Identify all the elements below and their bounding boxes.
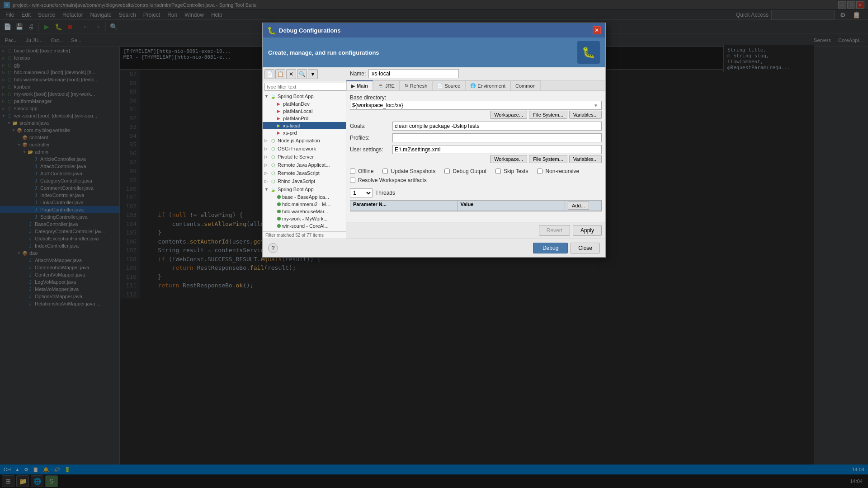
config-name-input[interactable]: [368, 69, 459, 78]
tab-jre[interactable]: ☕ JRE: [373, 80, 400, 90]
resolve-workspace-label: Resolve Workspace artifacts: [358, 177, 427, 183]
param-add-btn[interactable]: Add...: [568, 202, 589, 210]
skip-tests-label: Skip Tests: [504, 168, 528, 174]
revert-btn[interactable]: Revert: [539, 225, 570, 236]
green-dot-hdc2: [277, 202, 281, 206]
user-settings-input[interactable]: [392, 145, 602, 154]
config-list-toolbar: 📄 📋 ✕ 🔍 ▼: [263, 67, 346, 81]
run-icon-platmanprd: ▶: [277, 116, 282, 121]
modal-body: 📄 📋 ✕ 🔍 ▼ ▼ 🍃 Spring Boot App: [263, 67, 605, 239]
cfg-delete-btn[interactable]: ✕: [286, 69, 296, 79]
jre-tab-icon: ☕: [378, 83, 383, 88]
name-label: Name:: [350, 70, 366, 77]
tab-main[interactable]: ▶ Main: [346, 80, 373, 90]
tab-refresh[interactable]: ↻ Refresh: [400, 80, 433, 90]
base-dir-variables-btn[interactable]: Variables...: [569, 111, 602, 119]
cfg-category-spring[interactable]: ▼ 🍃 Spring Boot App: [263, 92, 346, 100]
cfg-base[interactable]: base - BaseApplica...: [263, 193, 346, 201]
config-actions: Revert Apply: [346, 222, 605, 239]
config-name-bar: Name:: [346, 67, 605, 80]
green-dot-mywork: [277, 217, 281, 221]
cfg-platmanprd[interactable]: ▶ platManPrd: [263, 115, 346, 122]
osgi-icon: ⬡: [270, 145, 276, 152]
cfg-remote-java[interactable]: ▷ ⬡ Remote Java Applicat...: [263, 161, 346, 169]
checkboxes-area: Offline Update Snapshots Debug Output: [350, 168, 602, 184]
cfg-nodejs[interactable]: ▷ ⬡ Node.js Application: [263, 136, 346, 145]
nodejs-icon: ⬡: [270, 137, 276, 144]
skip-tests-checkbox[interactable]: [495, 169, 501, 174]
cfg-pivotal[interactable]: ▷ ⬡ Pivotal tc Server: [263, 153, 346, 161]
config-filter-input[interactable]: [264, 83, 348, 91]
help-button[interactable]: ?: [268, 243, 278, 253]
base-dir-input-row: ▼: [350, 101, 602, 110]
user-settings-btns: Workspace... File System... Variables...: [350, 155, 602, 163]
cfg-filter-btn[interactable]: 🔍: [297, 69, 307, 79]
threads-label: Threads: [375, 190, 395, 196]
base-dir-workspace-btn[interactable]: Workspace...: [490, 111, 527, 119]
base-dir-label: Base directory:: [350, 94, 391, 101]
user-settings-label: User settings:: [350, 146, 391, 153]
cfg-sb-open[interactable]: ▼ 🍃 Spring Boot App: [263, 185, 346, 193]
modal-close-button[interactable]: ✕: [593, 26, 601, 34]
threads-row: 1 2 4 Threads: [350, 188, 602, 197]
user-settings-variables-btn[interactable]: Variables...: [569, 155, 602, 163]
remote-js-icon: ⬡: [270, 170, 276, 176]
cfg-remote-js[interactable]: ▷ ⬡ Remote JavaScript: [263, 169, 346, 177]
spring-category-icon: 🍃: [270, 93, 276, 99]
non-recursive-label: Non-recursive: [545, 168, 579, 174]
modal-header-icon: 🐛: [577, 41, 600, 64]
offline-checkbox[interactable]: [350, 169, 355, 174]
filter-status: Filter matched 52 of 77 items: [263, 231, 346, 239]
springboot-icon: 🍃: [270, 186, 276, 192]
cfg-osgi[interactable]: ▷ ⬡ OSGi Framework: [263, 145, 346, 153]
debug-config-modal: 🐛 Debug Configurations ✕ Create, manage,…: [262, 23, 606, 258]
debug-output-checkbox[interactable]: [444, 169, 450, 174]
cfg-hdc-warehouse[interactable]: hdc.warehouseMar...: [263, 208, 346, 215]
threads-select[interactable]: 1 2 4: [350, 188, 373, 197]
green-dot-base: [277, 195, 281, 199]
cfg-xs-prd[interactable]: ▶ xs-prd: [263, 129, 346, 136]
apply-btn[interactable]: Apply: [573, 225, 602, 236]
modal-overlay: 🐛 Debug Configurations ✕ Create, manage,…: [0, 0, 868, 488]
goals-input[interactable]: [392, 122, 602, 131]
checkbox-non-recursive: Non-recursive: [537, 168, 579, 175]
bottom-buttons: Debug Close: [533, 243, 600, 253]
base-dir-input[interactable]: [350, 101, 602, 110]
cfg-win-sound[interactable]: win-sound - CoreAl...: [263, 222, 346, 230]
profiles-row: Profiles:: [350, 133, 602, 142]
cfg-copy-btn[interactable]: 📋: [275, 69, 285, 79]
green-dot-hdc-w: [277, 210, 281, 213]
cfg-xs-local[interactable]: ▶ xs-local: [263, 122, 346, 129]
user-settings-filesystem-btn[interactable]: File System...: [529, 155, 567, 163]
goals-row: Goals:: [350, 122, 602, 131]
rhino-icon: ⬡: [270, 178, 276, 184]
cfg-hdc-mainmenu2[interactable]: hdc.mainmenu2 - M...: [263, 201, 346, 208]
base-dir-filesystem-btn[interactable]: File System...: [529, 111, 567, 119]
user-settings-label-row: User settings:: [350, 145, 602, 154]
cfg-export-btn[interactable]: ▼: [308, 69, 318, 79]
cfg-platmandev[interactable]: ▶ platManDev: [263, 100, 346, 108]
modal-bottom: ? Debug Close: [263, 239, 605, 257]
profiles-input[interactable]: [392, 133, 602, 142]
cfg-platmanlocal[interactable]: ▶ platManLocal: [263, 108, 346, 115]
modal-subtitle: Create, manage, and run configurations: [268, 49, 379, 56]
profiles-label: Profiles:: [350, 135, 391, 141]
tab-source[interactable]: 📄 Source: [432, 80, 465, 90]
debug-button[interactable]: Debug: [533, 243, 568, 253]
resolve-workspace-checkbox[interactable]: [350, 178, 355, 183]
env-tab-icon: 🌐: [470, 83, 476, 88]
cfg-my-work[interactable]: my-work - MyWork...: [263, 215, 346, 222]
base-dir-btns: Workspace... File System... Variables...: [350, 111, 602, 119]
tab-common[interactable]: Common: [510, 80, 541, 90]
run-icon-platmandev: ▶: [277, 102, 282, 106]
update-snapshots-checkbox[interactable]: [382, 169, 388, 174]
cfg-rhino[interactable]: ▷ ⬡ Rhino JavaScript: [263, 177, 346, 185]
cfg-new-btn[interactable]: 📄: [264, 69, 274, 79]
close-dialog-btn[interactable]: Close: [571, 243, 600, 253]
user-settings-workspace-btn[interactable]: Workspace...: [490, 155, 527, 163]
tab-environment[interactable]: 🌐 Environment: [465, 80, 510, 90]
user-settings-section: User settings: Workspace... File System.…: [350, 145, 602, 163]
modal-title-bar: 🐛 Debug Configurations ✕: [263, 23, 605, 38]
config-tree: ▼ 🍃 Spring Boot App ▶ platManDev ▶ platM…: [263, 92, 346, 231]
non-recursive-checkbox[interactable]: [537, 169, 542, 174]
